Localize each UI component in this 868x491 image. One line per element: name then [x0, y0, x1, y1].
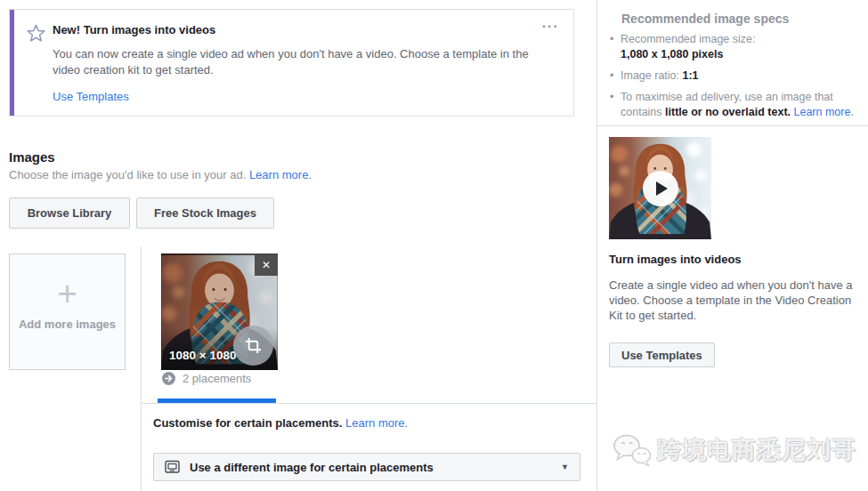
specs-learn-more-link[interactable]: Learn more. — [794, 106, 854, 118]
subtitle-text: Choose the image you'd like to use in yo… — [9, 168, 246, 181]
banner-body: You can now create a single video ad whe… — [53, 46, 551, 78]
free-stock-images-button[interactable]: Free Stock Images — [136, 197, 274, 229]
banner-title: New! Turn images into videos — [53, 23, 556, 36]
add-more-images-button[interactable]: + Add more images — [9, 254, 126, 370]
placements-info[interactable]: 2 placements — [162, 372, 251, 385]
images-section-subtitle: Choose the image you'd like to use in yo… — [9, 168, 312, 181]
overflow-menu-icon[interactable]: ... — [542, 15, 559, 31]
placement-image-dropdown[interactable]: Use a different image for certain placem… — [153, 453, 580, 481]
images-section-title: Images — [9, 149, 55, 165]
placements-label: 2 placements — [183, 372, 251, 385]
banner-accent-bar — [10, 10, 14, 116]
video-preview[interactable] — [609, 137, 711, 239]
watermark-text: 跨境电商悉尼刘哥 — [657, 434, 856, 466]
horizontal-divider — [142, 403, 596, 404]
crop-icon — [245, 337, 262, 354]
watermark: 跨境电商悉尼刘哥 — [612, 432, 856, 468]
use-templates-button[interactable]: Use Templates — [609, 342, 715, 367]
close-icon: ✕ — [262, 259, 271, 271]
specs-title: Recommended image specs — [621, 12, 789, 26]
use-templates-link[interactable]: Use Templates — [53, 90, 129, 103]
ad-creation-screen: New! Turn images into videos You can now… — [0, 0, 868, 491]
customise-learn-more-link[interactable]: Learn more. — [345, 416, 408, 430]
monitor-icon — [165, 460, 180, 474]
customise-label: Customise for certain placements. — [153, 416, 342, 430]
vertical-divider — [141, 246, 142, 491]
customise-heading: Customise for certain placements. Learn … — [153, 416, 408, 430]
right-sidebar: Recommended image specs Recommended imag… — [596, 0, 868, 491]
video-card-body: Create a single video ad when you don't … — [609, 278, 855, 323]
spec-bullet-ratio: Image ratio: 1:1 — [608, 68, 863, 84]
arrow-circle-icon — [162, 372, 175, 385]
remove-image-button[interactable]: ✕ — [255, 254, 278, 276]
spec-bullet-size: Recommended image size: 1,080 x 1,080 pi… — [608, 32, 863, 62]
plus-icon: + — [57, 280, 77, 307]
sidebar-divider — [597, 125, 868, 126]
crop-button[interactable] — [233, 326, 273, 366]
specs-list: Recommended image size: 1,080 x 1,080 pi… — [608, 32, 863, 126]
dropdown-label: Use a different image for certain placem… — [190, 461, 434, 474]
chevron-down-icon: ▼ — [561, 463, 569, 471]
spec-bullet-text: To maximise ad delivery, use an image th… — [608, 90, 863, 120]
image-thumbnail[interactable]: ✕ 1080 × 1080 — [161, 254, 278, 370]
add-more-images-label: Add more images — [19, 318, 116, 331]
wechat-icon — [612, 432, 653, 468]
image-size-badge: 1080 × 1080 — [169, 349, 236, 362]
play-icon — [656, 181, 668, 196]
browse-library-button[interactable]: Browse Library — [9, 197, 130, 229]
video-card-title: Turn images into videos — [609, 253, 742, 266]
star-icon — [26, 23, 46, 44]
learn-more-link[interactable]: Learn more. — [249, 168, 312, 181]
play-button[interactable] — [643, 171, 678, 206]
new-feature-banner: New! Turn images into videos You can now… — [9, 9, 574, 117]
